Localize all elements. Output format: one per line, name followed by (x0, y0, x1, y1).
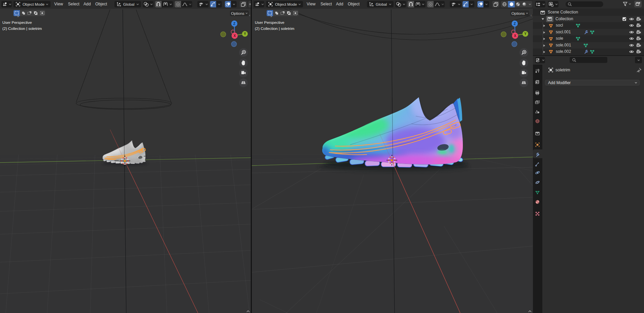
svg-text:Z: Z (233, 22, 235, 26)
svg-text:Y: Y (524, 32, 527, 36)
svg-text:X: X (234, 34, 236, 38)
svg-text:Y: Y (244, 32, 246, 36)
svg-text:X: X (514, 34, 516, 38)
svg-text:Z: Z (514, 22, 516, 26)
